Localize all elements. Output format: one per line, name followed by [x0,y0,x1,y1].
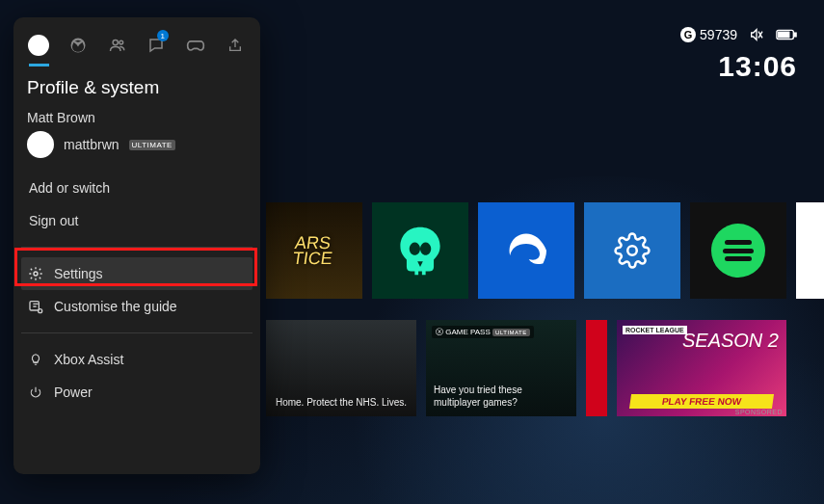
profile-gamertag: mattbrwn [64,137,120,152]
svg-rect-4 [779,32,789,38]
home-tile-row-2: Home. Protect the NHS. Lives. ⓧ GAME PAS… [266,320,786,416]
edge-icon [506,230,546,271]
tile-caption: Home. Protect the NHS. Lives. [276,397,407,410]
home-tile-row-1: ARSTICE [266,202,824,299]
svg-point-8 [120,40,123,44]
customise-icon [27,299,44,314]
tile-header: ⓧ GAME PASS ULTIMATE [432,326,534,338]
gear-icon [27,266,44,281]
tile-microsoft-store[interactable] [796,202,824,299]
tile-spotify[interactable] [690,202,786,299]
tile-title: SEASON 2 [682,330,779,352]
menu-label: Power [54,385,93,400]
guide-tab-strip: 1 [13,17,260,64]
menu-sign-out[interactable]: Sign out [21,204,253,237]
clock: 13:06 [718,50,797,83]
gear-icon [614,232,651,269]
menu-power[interactable]: Power [21,376,253,409]
menu-label: Customise the guide [54,299,177,314]
spotify-icon [711,224,765,278]
mute-icon [749,27,764,42]
profile-display-name: Matt Brown [27,110,247,125]
menu-label: Add or switch [29,180,110,196]
menu-label: Settings [54,266,103,281]
tile-rocket-league-ad[interactable]: ROCKET LEAGUE SEASON 2 PLAY FREE NOW SPO… [617,320,786,416]
divider [21,332,253,333]
xbox-icon: ⓧ [436,328,443,336]
tile-cars[interactable]: ARSTICE [266,202,362,299]
menu-label: Xbox Assist [54,352,123,367]
gamerscore-value: 59739 [700,27,737,42]
guide-panel: 1 Profile & system Matt Brown mattbrwn U… [13,17,260,474]
xbox-icon [69,37,87,54]
svg-point-5 [627,246,637,255]
divider [21,247,253,248]
tile-edge[interactable] [478,202,574,299]
tile-caption: Have you tried these multiplayer games? [434,385,569,409]
avatar-icon [28,35,49,56]
people-icon [109,37,126,54]
guide-tab-profile[interactable] [23,28,55,63]
power-icon [27,385,44,400]
menu-xbox-assist[interactable]: Xbox Assist [21,343,253,376]
tile-nhs-ad[interactable]: Home. Protect the NHS. Lives. [266,320,416,416]
tile-cta: PLAY FREE NOW [629,394,774,409]
svg-rect-10 [30,302,39,310]
tile-settings[interactable] [584,202,680,299]
status-bar: G 59739 [680,27,797,42]
controller-icon [186,37,205,54]
skull-icon [391,222,449,279]
guide-tab-library[interactable] [180,28,212,63]
subscription-badge: ULTIMATE [129,140,175,150]
gamerscore-icon: G [680,27,696,42]
guide-tab-share[interactable] [219,28,251,63]
guide-tab-people[interactable] [101,28,133,63]
menu-label: Sign out [29,213,78,228]
tile-red-accent[interactable] [586,320,607,416]
guide-title: Profile & system [13,64,260,106]
sponsored-label: SPONSORED [735,409,783,415]
menu-add-or-switch[interactable]: Add or switch [21,172,253,204]
menu-settings[interactable]: Settings [21,257,253,290]
profile-avatar [27,131,54,158]
share-icon [227,37,243,54]
guide-tab-chat[interactable]: 1 [141,28,173,63]
bulb-icon [27,352,44,367]
menu-customise-guide[interactable]: Customise the guide [21,290,253,323]
svg-rect-3 [794,33,796,37]
profile-block[interactable]: Matt Brown mattbrwn ULTIMATE [13,106,260,168]
svg-point-7 [113,40,118,44]
notification-badge: 1 [157,30,169,41]
svg-point-11 [39,309,42,313]
gamerscore-badge: G 59739 [680,27,737,42]
guide-tab-xbox[interactable] [63,28,94,63]
tile-sea-of-thieves[interactable] [372,202,468,299]
svg-point-9 [34,272,38,276]
tile-gamepass-ad[interactable]: ⓧ GAME PASS ULTIMATE Have you tried thes… [426,320,576,416]
tile-corner-badge: ROCKET LEAGUE [623,326,687,334]
battery-icon [776,29,797,40]
